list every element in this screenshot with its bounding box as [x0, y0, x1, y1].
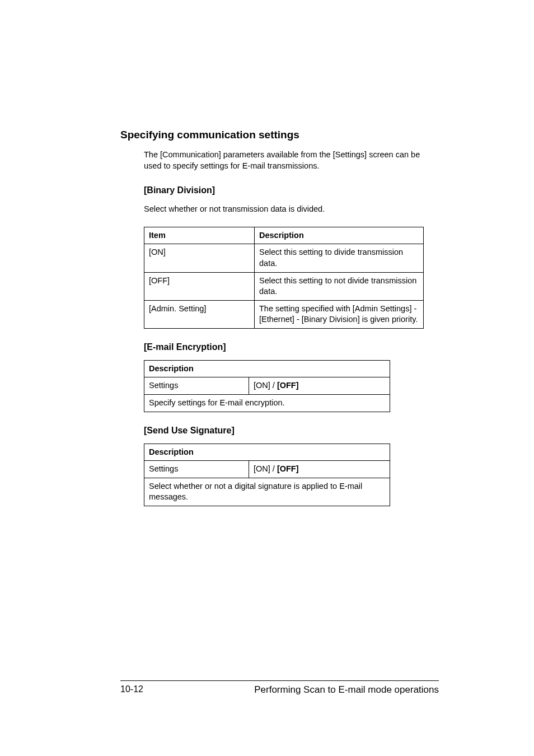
- table-row: Specify settings for E-mail encryption.: [144, 394, 390, 412]
- table-cell-desc: The setting specified with [Admin Settin…: [255, 300, 424, 328]
- table-header-row: Description: [144, 444, 390, 461]
- table-row: Select whether or not a digital signatur…: [144, 478, 390, 506]
- table-cell-item: [Admin. Setting]: [144, 300, 255, 328]
- table-cell-settings-value: [ON] / [OFF]: [249, 377, 390, 395]
- table-header-description: Description: [144, 444, 390, 461]
- table-cell-item: [OFF]: [144, 272, 255, 300]
- section-heading: Specifying communication settings: [120, 129, 439, 141]
- settings-value-plain: [ON] /: [254, 381, 277, 390]
- table-cell-note: Specify settings for E-mail encryption.: [144, 394, 390, 412]
- table-header-item: Item: [144, 227, 255, 244]
- binary-division-heading: [Binary Division]: [144, 185, 439, 195]
- settings-value-plain: [ON] /: [254, 464, 277, 473]
- section-intro: The [Communication] parameters available…: [144, 149, 439, 172]
- table-header-row: Description: [144, 360, 390, 377]
- table-row: [OFF] Select this setting to not divide …: [144, 272, 424, 300]
- table-row: [Admin. Setting] The setting specified w…: [144, 300, 424, 328]
- table-header-description: Description: [255, 227, 424, 244]
- table-cell-settings-value: [ON] / [OFF]: [249, 461, 390, 478]
- footer-rule: [120, 680, 439, 681]
- binary-division-intro: Select whether or not transmission data …: [144, 203, 439, 214]
- table-row: [ON] Select this setting to divide trans…: [144, 244, 424, 272]
- table-cell-desc: Select this setting to not divide transm…: [255, 272, 424, 300]
- document-page: Specifying communication settings The [C…: [0, 0, 534, 756]
- footer-title: Performing Scan to E-mail mode operation…: [254, 684, 439, 696]
- email-encryption-heading: [E-mail Encryption]: [144, 342, 439, 352]
- send-use-signature-table: Description Settings [ON] / [OFF] Select…: [144, 444, 390, 506]
- page-footer: 10-12 Performing Scan to E-mail mode ope…: [120, 680, 439, 696]
- table-cell-desc: Select this setting to divide transmissi…: [255, 244, 424, 272]
- table-row: Settings [ON] / [OFF]: [144, 377, 390, 395]
- send-use-signature-heading: [Send Use Signature]: [144, 426, 439, 436]
- table-cell-settings-label: Settings: [144, 377, 249, 395]
- footer-row: 10-12 Performing Scan to E-mail mode ope…: [120, 684, 439, 696]
- table-header-description: Description: [144, 360, 390, 377]
- table-cell-settings-label: Settings: [144, 461, 249, 478]
- binary-division-table: Item Description [ON] Select this settin…: [144, 227, 424, 329]
- table-row: Settings [ON] / [OFF]: [144, 461, 390, 478]
- settings-value-bold: [OFF]: [277, 464, 299, 473]
- settings-value-bold: [OFF]: [277, 381, 299, 390]
- table-cell-item: [ON]: [144, 244, 255, 272]
- table-header-row: Item Description: [144, 227, 424, 244]
- footer-page-number: 10-12: [120, 684, 143, 696]
- table-cell-note: Select whether or not a digital signatur…: [144, 478, 390, 506]
- email-encryption-table: Description Settings [ON] / [OFF] Specif…: [144, 360, 390, 412]
